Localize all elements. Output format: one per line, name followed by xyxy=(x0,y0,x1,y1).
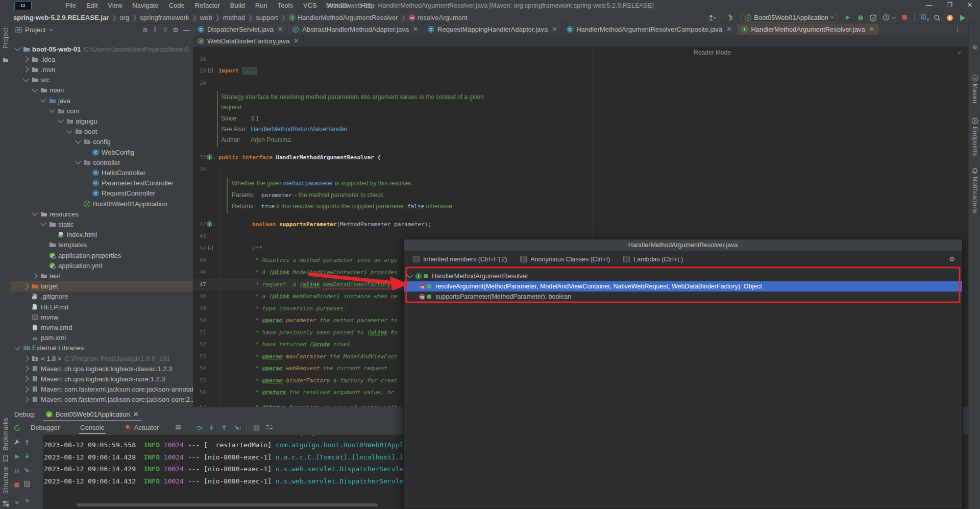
user-dropdown-icon[interactable] xyxy=(708,14,715,21)
tree-item-external-libraries[interactable]: External Libraries xyxy=(11,343,193,353)
tree-item--1-8-[interactable]: < 1.8 >C:\Program Files\Java\jdk1.8.0_13… xyxy=(11,353,193,363)
runcursor-button[interactable]: I xyxy=(234,424,240,431)
debug-view-tab-console[interactable]: Console xyxy=(79,422,106,433)
stop-button[interactable] xyxy=(13,481,21,489)
translate-icon[interactable]: A xyxy=(921,14,927,21)
locate-file-button[interactable]: ⊕ xyxy=(142,26,148,34)
menu-item-run[interactable]: Run xyxy=(250,0,273,11)
minimize-button[interactable]: — xyxy=(919,0,939,11)
menu-item-tools[interactable]: Tools xyxy=(273,0,298,11)
menu-item-navigate[interactable]: Navigate xyxy=(127,0,163,11)
chevron-right-icon[interactable] xyxy=(23,386,29,392)
chevron-right-icon[interactable] xyxy=(23,366,29,372)
maven-stripe-icon[interactable]: m xyxy=(969,75,980,82)
tree-item-test[interactable]: test xyxy=(11,271,193,281)
tree-item-index-html[interactable]: Hindex.html xyxy=(11,230,193,240)
chevron-right-icon[interactable] xyxy=(23,376,29,382)
chevron-right-icon[interactable] xyxy=(23,355,29,361)
chevron-down-icon[interactable] xyxy=(49,27,53,31)
bookmark-icon[interactable] xyxy=(0,455,11,462)
fold-collapsed-icon[interactable]: + xyxy=(208,68,213,72)
endpoints-stripe-icon[interactable] xyxy=(969,117,980,125)
implementations-gutter-icon[interactable]: I↓ xyxy=(207,154,212,160)
chevron-down-icon[interactable] xyxy=(75,159,81,164)
debug-view-tab-debugger[interactable]: Debugger xyxy=(30,422,61,433)
checkbox-icon[interactable] xyxy=(623,256,630,262)
stepover-button[interactable] xyxy=(195,424,202,431)
tree-item-parametertestcontroller[interactable]: CParameterTestController xyxy=(11,178,193,188)
settings-gear-icon[interactable]: ⚙ xyxy=(173,26,179,34)
breadcrumb-item[interactable]: web xyxy=(200,14,212,21)
inspection-status-icon[interactable]: ✓ xyxy=(957,49,962,56)
whats-new-icon[interactable] xyxy=(959,14,966,21)
breadcrumb-item[interactable]: method xyxy=(223,14,245,21)
tree-item--gitignore[interactable]: .gitignore xyxy=(11,292,193,302)
build-project-icon[interactable] xyxy=(727,14,734,21)
tab-close-icon[interactable]: ✕ xyxy=(278,26,283,33)
chevron-down-icon[interactable] xyxy=(40,221,46,226)
chevron-down-icon[interactable] xyxy=(32,86,37,92)
fold-expanded-icon[interactable]: ⌄ xyxy=(208,246,213,250)
popup-structure-row[interactable]: IHandlerMethodArgumentResolver xyxy=(404,271,962,281)
chevron-down-icon[interactable] xyxy=(66,128,72,133)
stripe-settings-icon[interactable]: ⚙ xyxy=(969,44,980,51)
view-breakpoints-button[interactable] xyxy=(23,479,31,488)
close-button[interactable]: ✕ xyxy=(960,0,980,11)
tree-item-mvnw-cmd[interactable]: mvnw.cmd xyxy=(11,322,193,332)
chevron-down-icon[interactable] xyxy=(40,96,46,102)
tab-close-icon[interactable]: ✕ xyxy=(293,37,299,44)
chevron-down-icon[interactable] xyxy=(14,344,20,350)
resume-button[interactable] xyxy=(13,452,21,460)
tab-close-icon[interactable]: ✕ xyxy=(726,26,731,33)
stepout-button[interactable] xyxy=(221,424,228,431)
tab-webdatabinderfactory-java[interactable]: IWebDataBinderFactory.java✕ xyxy=(193,35,304,46)
tree-item-boot05web01application[interactable]: Boot05Web01Application xyxy=(11,199,193,209)
tree-item-help-md[interactable]: MDHELP.md xyxy=(11,302,193,312)
tabs-more-button[interactable]: ⋮ xyxy=(954,25,961,33)
notifications-stripe-icon[interactable] xyxy=(969,167,980,175)
chevron-down-icon[interactable] xyxy=(23,76,29,82)
doc-link[interactable]: HandlerMethodReturnValueHandler xyxy=(251,126,348,133)
ide-update-icon[interactable] xyxy=(946,14,953,21)
tab-handlermethodargumentresolver-java[interactable]: IHandlerMethodArgumentResolver.java✕ xyxy=(737,23,879,35)
tree-item-controller[interactable]: controller xyxy=(11,157,193,167)
chevron-down-icon[interactable] xyxy=(32,210,37,216)
tree-item-main[interactable]: main xyxy=(11,85,193,95)
breadcrumb-item[interactable]: spring-web-5.2.9.RELEASE.jar xyxy=(13,14,109,21)
tab-dispatcherservlet-java[interactable]: CDispatcherServlet.java✕ xyxy=(193,23,288,35)
breadcrumb-item[interactable]: springframework xyxy=(140,14,189,21)
edit-configuration-button[interactable] xyxy=(13,438,21,446)
reader-mode-label[interactable]: Reader Mode xyxy=(694,49,731,56)
stripe-structure[interactable]: Structure xyxy=(0,467,11,494)
project-panel-title[interactable]: Project xyxy=(25,26,45,34)
breadcrumb-item[interactable]: org xyxy=(119,14,129,21)
tree-item-application-yml[interactable]: application.yml xyxy=(11,260,193,271)
tree-item-maven-ch-qos-logback-logback-classic-1-2-3[interactable]: Maven: ch.qos.logback:logback-classic:1.… xyxy=(11,363,193,374)
tree-item-hellocontroller[interactable]: CHelloController xyxy=(11,167,193,178)
project-stripe-icon[interactable] xyxy=(0,57,11,62)
tree-item-target[interactable]: target xyxy=(11,281,193,292)
chevron-down-icon[interactable] xyxy=(58,117,63,123)
stop-button[interactable] xyxy=(901,14,908,21)
tree-item--idea[interactable]: .idea xyxy=(11,54,193,64)
frame-down-button[interactable] xyxy=(23,452,31,460)
popup-structure-row[interactable]: msupportsParameter(MethodParameter): boo… xyxy=(404,292,962,302)
tree-item-atguigu[interactable]: atguigu xyxy=(11,116,193,126)
tree-item-webconfig[interactable]: CWebConfig xyxy=(11,147,193,157)
menu-item-code[interactable]: Code xyxy=(164,0,190,11)
stripe-maven[interactable]: Maven xyxy=(969,84,980,104)
search-everywhere-icon[interactable] xyxy=(934,14,940,21)
tool-window-switcher-icon[interactable] xyxy=(0,500,11,507)
menu-item-view[interactable]: View xyxy=(103,0,127,11)
view-options-icon[interactable] xyxy=(175,424,182,431)
tree-item-maven-ch-qos-logback-logback-core-1-2-3[interactable]: Maven: ch.qos.logback:logback-core:1.2.3 xyxy=(11,374,193,384)
chevron-right-icon[interactable] xyxy=(23,397,29,402)
menu-item-file[interactable]: File xyxy=(60,0,81,11)
tree-item-maven-com-fasterxml-jackson-core-jackson-core-2-1[interactable]: Maven: com.fasterxml.jackson.core:jackso… xyxy=(11,395,193,405)
frame-up-button[interactable] xyxy=(23,438,31,446)
tab-handlermethodargumentresolvercomposite-java[interactable]: CHandlerMethodArgumentResolverComposite.… xyxy=(562,23,737,35)
tree-item-application-properties[interactable]: application.properties xyxy=(11,250,193,260)
menu-item-window[interactable]: Window xyxy=(322,0,356,11)
breadcrumb-item[interactable]: IHandlerMethodArgumentResolver xyxy=(289,14,398,21)
popup-filter-anonymous[interactable]: Anonymous Classes (Ctrl+I) xyxy=(520,256,610,263)
